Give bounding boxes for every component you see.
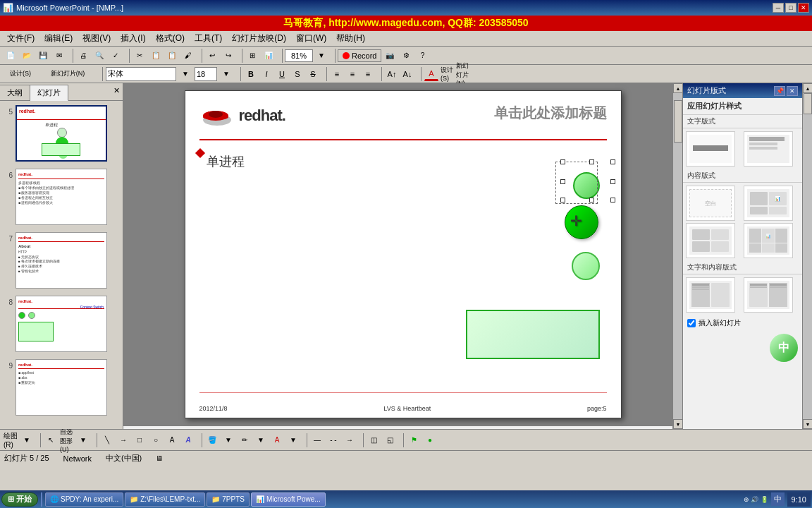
paste-button[interactable]: 📋 (164, 48, 180, 64)
strikethrough-button[interactable]: S (306, 67, 320, 81)
panel-close-x-button[interactable]: ✕ (787, 86, 798, 96)
line-color-drop[interactable]: ▼ (253, 433, 269, 448)
handle-tr[interactable] (610, 159, 615, 164)
draw-btn-1[interactable]: 绘图(R) (3, 433, 18, 448)
tab-outline[interactable]: 大纲 (0, 85, 30, 100)
menu-view[interactable]: 视图(V) (78, 31, 115, 46)
textbox-tool[interactable]: A (164, 433, 180, 448)
green-flag-btn[interactable]: ⚑ (406, 433, 422, 448)
font-color-draw-drop[interactable]: ▼ (285, 433, 301, 448)
oval-tool[interactable]: ○ (148, 433, 164, 448)
3d-btn[interactable]: ◱ (382, 433, 398, 448)
help-button[interactable]: ? (414, 48, 430, 64)
increase-font-button[interactable]: A↑ (385, 67, 399, 81)
handle-bottom[interactable] (589, 198, 594, 202)
circle-group-selected[interactable] (573, 172, 600, 199)
green-rect-group[interactable] (466, 310, 600, 359)
style-item-5[interactable] (686, 223, 735, 258)
font-selector[interactable] (106, 67, 176, 81)
print-button[interactable]: 🖨 (75, 48, 91, 64)
tab-slides[interactable]: 幻灯片 (30, 85, 68, 101)
slide-thumb-5[interactable]: 5 redhat. 单进程 (3, 104, 120, 163)
style-item-1[interactable] (686, 131, 735, 167)
start-button[interactable]: ⊞ 开始 (1, 492, 38, 507)
email-button[interactable]: ✉ (51, 48, 67, 64)
menu-edit[interactable]: 编辑(E) (40, 31, 77, 46)
style-item-4[interactable]: 📊 (744, 186, 793, 221)
copy-button[interactable]: 📋 (148, 48, 164, 64)
maximize-button[interactable]: □ (785, 3, 796, 13)
menu-file[interactable]: 文件(F) (3, 31, 39, 46)
menu-insert[interactable]: 插入(I) (116, 31, 149, 46)
handle-tl[interactable] (560, 159, 565, 164)
arrow-style-btn[interactable]: → (342, 433, 357, 448)
taskbar-item-ie[interactable]: 🌐 SPDY: An experi... (45, 492, 123, 507)
handle-right[interactable] (610, 179, 615, 184)
taskbar-item-explorer[interactable]: 📁 Z:\Files\LEMP-txt... (125, 492, 205, 507)
align-center-button[interactable]: ≡ (345, 67, 359, 81)
redo-button[interactable]: ↪ (221, 48, 236, 64)
toolbar-extra-1[interactable]: 📷 (382, 48, 398, 64)
font-color-button[interactable]: A (424, 67, 438, 81)
align-right-button[interactable]: ≡ (361, 67, 375, 81)
wordart-tool[interactable]: A (180, 433, 196, 448)
toolbar-extra-2[interactable]: ⚙ (398, 48, 414, 64)
auto-shapes-btn[interactable]: 自选图形(U) (59, 433, 75, 448)
center-scroll-down[interactable]: ▼ (673, 419, 683, 429)
font-dropdown[interactable]: ▼ (178, 66, 193, 82)
slide-canvas[interactable]: redhat. 单击此处添加标题 单进程 (185, 90, 622, 418)
save-button[interactable]: 💾 (35, 48, 51, 64)
insert-new-slide-checkbox[interactable] (687, 319, 696, 327)
new-slide-button[interactable]: 新幻灯片(N) (39, 66, 96, 82)
slide-thumb-7[interactable]: 7 redhat. About HTTP ■ 无状态协议 ■ 每次请求都建立新的… (3, 231, 120, 290)
slide-layout-button[interactable]: 设计(S) (3, 66, 38, 82)
open-button[interactable]: 📂 (19, 48, 35, 64)
notes-area[interactable]: 单击此处添加备注 (123, 425, 682, 429)
format-paint-button[interactable]: 🖌 (180, 48, 196, 64)
rect-tool[interactable]: □ (132, 433, 147, 448)
minimize-button[interactable]: ─ (773, 3, 784, 13)
menu-window[interactable]: 窗口(W) (292, 31, 331, 46)
underline-button[interactable]: U (275, 67, 289, 81)
scroll-thumb[interactable] (804, 93, 812, 114)
circle-middle-group[interactable]: ✛ (565, 205, 598, 239)
new-slide-fmt-button[interactable]: 新幻灯片(N) (455, 67, 469, 81)
insert-table-button[interactable]: ⊞ (245, 48, 260, 64)
dash-style-btn[interactable]: - - (326, 433, 341, 448)
shadow-btn[interactable]: ◫ (366, 433, 381, 448)
panel-pin-button[interactable]: 📌 (774, 86, 785, 96)
slide-thumb-6[interactable]: 6 redhat. 多进程/多线程 ■ 每个请求由独立的进程或线程处理 ■ 服务… (3, 167, 120, 226)
font-size-selector[interactable] (195, 67, 217, 81)
menu-tools[interactable]: 工具(T) (190, 31, 226, 46)
handle-bl[interactable] (560, 198, 565, 202)
circle-bottom-group[interactable] (572, 252, 600, 280)
fill-color-btn[interactable]: 🪣 (204, 433, 220, 448)
style-item-6[interactable]: 📊 (744, 223, 793, 258)
style-item-2[interactable] (744, 131, 793, 167)
auto-shapes-drop[interactable]: ▼ (75, 433, 91, 448)
scroll-down-button[interactable]: ▼ (803, 419, 812, 429)
new-button[interactable]: 📄 (3, 48, 18, 64)
menu-help[interactable]: 帮助(H) (332, 31, 369, 46)
print-preview-button[interactable]: 🔍 (92, 48, 107, 64)
handle-br[interactable] (610, 198, 615, 202)
style-item-8[interactable] (744, 277, 793, 313)
style-item-7[interactable] (686, 277, 735, 313)
handle-left[interactable] (560, 179, 565, 184)
slide-thumb-9[interactable]: 9 redhat. ■ app/lnst ■ abs ■ 重新定向 (3, 358, 120, 417)
arrow-tool[interactable]: → (116, 433, 131, 448)
font-color-draw-btn[interactable]: A (269, 433, 285, 448)
size-dropdown[interactable]: ▼ (219, 66, 234, 82)
scroll-up-button[interactable]: ▲ (803, 83, 812, 93)
close-button[interactable]: ✕ (798, 3, 809, 13)
taskbar-item-7ppts[interactable]: 📁 7PPTS (207, 492, 250, 507)
taskbar-item-ppt[interactable]: 📊 Microsoft Powe... (251, 492, 326, 507)
panel-close-button[interactable]: ✕ (111, 85, 123, 100)
bold-button[interactable]: B (244, 67, 258, 81)
align-left-button[interactable]: ≡ (330, 67, 344, 81)
design-button[interactable]: 设计(S) (440, 67, 454, 81)
draw-btn-2[interactable]: ▼ (19, 433, 35, 448)
spellcheck-button[interactable]: ✓ (108, 48, 123, 64)
slide-title-placeholder[interactable]: 单击此处添加标题 (494, 104, 607, 123)
slide-thumb-8[interactable]: 8 redhat. Context Switch (3, 294, 120, 353)
